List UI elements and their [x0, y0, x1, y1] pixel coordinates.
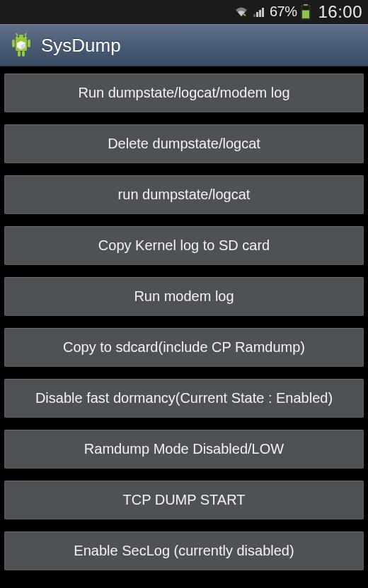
- battery-icon: [301, 4, 311, 20]
- svg-line-13: [16, 33, 18, 36]
- svg-rect-11: [18, 51, 21, 57]
- status-bar: 67% 16:00: [0, 0, 368, 24]
- clock: 16:00: [318, 2, 362, 22]
- svg-rect-1: [253, 14, 255, 17]
- battery-percent: 67%: [270, 4, 297, 20]
- button-list: Run dumpstate/logcat/modem log Delete du…: [0, 66, 368, 570]
- run-dumpstate-logcat-modem-button[interactable]: Run dumpstate/logcat/modem log: [4, 74, 364, 112]
- svg-line-14: [25, 33, 26, 36]
- tcp-dump-start-button[interactable]: TCP DUMP START: [4, 481, 364, 519]
- page-title: SysDump: [41, 35, 121, 57]
- svg-rect-9: [12, 40, 15, 47]
- svg-rect-12: [22, 51, 25, 57]
- run-modem-log-button[interactable]: Run modem log: [4, 277, 364, 316]
- disable-fast-dormancy-button[interactable]: Disable fast dormancy(Current State : En…: [4, 379, 364, 418]
- svg-rect-10: [28, 40, 30, 47]
- copy-kernel-log-button[interactable]: Copy Kernel log to SD card: [4, 226, 364, 265]
- delete-dumpstate-logcat-button[interactable]: Delete dumpstate/logcat: [4, 124, 364, 163]
- svg-rect-4: [262, 8, 264, 17]
- signal-icon: [253, 6, 267, 18]
- android-icon: [8, 30, 34, 60]
- run-dumpstate-logcat-button[interactable]: run dumpstate/logcat: [4, 175, 364, 214]
- ramdump-mode-button[interactable]: Ramdump Mode Disabled/LOW: [4, 430, 364, 469]
- wifi-icon: [234, 6, 248, 18]
- svg-point-15: [18, 35, 19, 37]
- svg-rect-3: [259, 10, 261, 17]
- title-bar: SysDump: [0, 24, 368, 66]
- svg-point-16: [23, 35, 25, 37]
- svg-rect-2: [256, 12, 258, 17]
- copy-to-sdcard-button[interactable]: Copy to sdcard(include CP Ramdump): [4, 328, 364, 367]
- enable-seclog-button[interactable]: Enable SecLog (currently disabled): [4, 531, 364, 570]
- svg-rect-7: [302, 10, 309, 18]
